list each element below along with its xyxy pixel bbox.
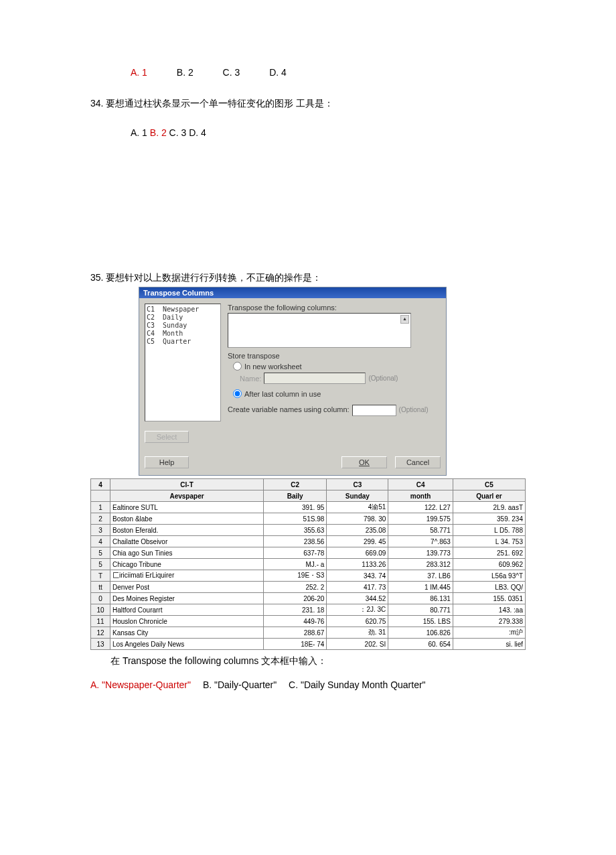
- q34-num: 34.: [90, 98, 103, 109]
- cvn-input[interactable]: [352, 405, 396, 416]
- transpose-dialog: Transpose Columns C1 NewspaperC2 DailyC3…: [139, 287, 447, 476]
- q35-text: 要想针对以上数据进行行列转换，不正确的操作是：: [106, 272, 321, 283]
- opt-d: D. 4: [269, 67, 287, 78]
- name-label: Name:: [240, 375, 261, 383]
- optional-1: (Optional): [368, 375, 398, 382]
- radio-new-worksheet[interactable]: In new worksheet: [228, 362, 441, 371]
- transpose-label: Transpose the following columns:: [228, 304, 441, 312]
- q35-a: A. "Newspaper-Quarter": [90, 679, 191, 690]
- q34-c: C. 3 D. 4: [169, 127, 206, 138]
- cancel-button[interactable]: Cancel: [395, 456, 441, 468]
- radio-after-last[interactable]: After last column in use: [228, 389, 441, 398]
- optional-2: (Optional): [399, 406, 429, 413]
- question-34: 34. 要想通过柱状条显示一个单一特征变化的图形 工具是： A. 1 B. 2 …: [90, 98, 526, 138]
- radio-after-input[interactable]: [233, 389, 242, 398]
- ok-button[interactable]: OK: [341, 456, 387, 468]
- columns-listbox[interactable]: C1 NewspaperC2 DailyC3 SundayC4 MonthC5 …: [145, 304, 221, 421]
- data-table: 4CI-TC2C3C4C5AevspaperBailySundaymonthQu…: [90, 478, 526, 650]
- q35-b: B. "Daily-Quarter": [203, 679, 277, 690]
- opt-a: A. 1: [131, 67, 147, 78]
- select-button[interactable]: Select: [145, 431, 189, 443]
- opt-b: B. 2: [177, 67, 194, 78]
- transpose-textarea[interactable]: ▲: [228, 313, 411, 348]
- q34-a: A. 1: [131, 127, 147, 138]
- scroll-up-icon[interactable]: ▲: [400, 315, 409, 324]
- opt-c: C. 3: [223, 67, 240, 78]
- q34-b: B. 2: [150, 127, 167, 138]
- q35-c: C. "Daily Sunday Month Quarter": [289, 679, 425, 690]
- name-input[interactable]: [264, 373, 366, 384]
- question-35: 35. 要想针对以上数据进行行列转换，不正确的操作是：: [90, 272, 526, 284]
- cvn-label: Create variable names using column:: [228, 405, 350, 413]
- help-button[interactable]: Help: [145, 456, 189, 468]
- prev-options: A. 1 B. 2 C. 3 D. 4: [90, 67, 526, 78]
- store-label: Store transpose: [228, 352, 441, 360]
- dialog-title: Transpose Columns: [139, 287, 446, 298]
- q34-text: 要想通过柱状条显示一个单一特征变化的图形 工具是：: [106, 98, 333, 109]
- q35-num: 35.: [90, 272, 103, 283]
- q35-instruction: 在 Transpose the following columns 文本框中输入…: [110, 655, 526, 667]
- radio-new-input[interactable]: [233, 362, 242, 371]
